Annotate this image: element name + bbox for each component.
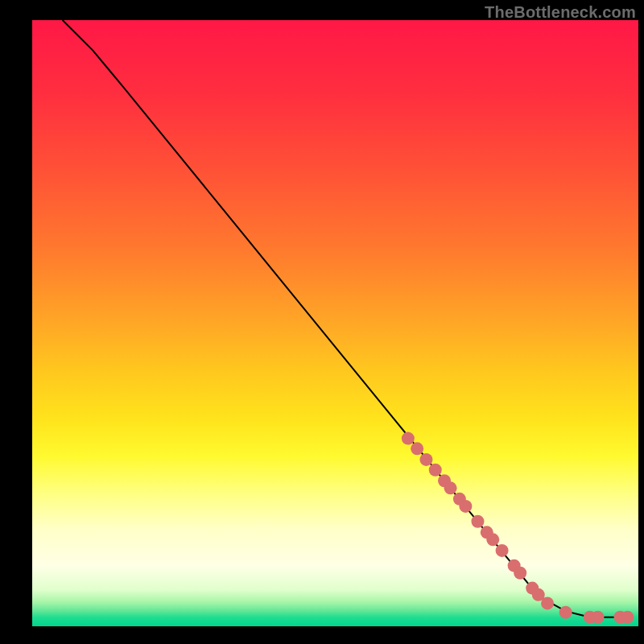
data-marker [496, 544, 509, 557]
data-marker [459, 500, 472, 513]
chart-svg [0, 0, 644, 644]
data-marker [559, 606, 572, 619]
watermark-text: TheBottleneck.com [485, 3, 636, 22]
data-marker [514, 567, 526, 580]
data-marker [541, 597, 554, 609]
data-marker [402, 432, 415, 445]
data-marker [444, 481, 457, 494]
data-marker [411, 442, 423, 455]
data-marker [592, 611, 605, 624]
data-marker [486, 533, 499, 546]
data-marker [429, 464, 442, 477]
data-marker [621, 611, 634, 624]
chart-container: TheBottleneck.com [0, 0, 644, 644]
data-marker [419, 453, 432, 466]
data-marker [471, 515, 484, 528]
plot-background [32, 20, 638, 626]
